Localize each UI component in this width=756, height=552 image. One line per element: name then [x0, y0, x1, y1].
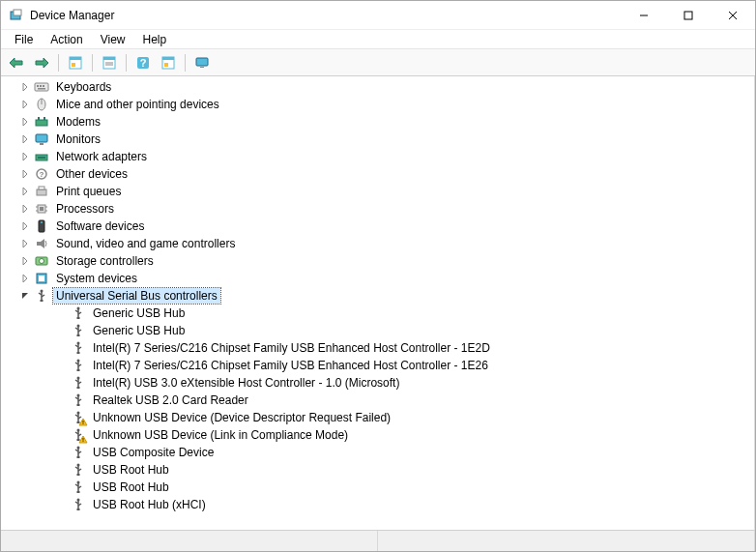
tree-category-label[interactable]: Network adapters: [53, 149, 150, 164]
tree-device-label[interactable]: Generic USB Hub: [90, 305, 188, 321]
tree-category[interactable]: Network adapters: [5, 148, 754, 165]
tree-device[interactable]: USB Root Hub: [5, 461, 754, 479]
menu-action[interactable]: Action: [43, 31, 90, 48]
toolbar-back-button[interactable]: [5, 52, 28, 73]
tree-device-label[interactable]: Unknown USB Device (Device Descriptor Re…: [90, 410, 393, 425]
system-icon: [34, 271, 49, 286]
tree-category-label[interactable]: Other devices: [53, 166, 131, 182]
menu-file[interactable]: File: [7, 31, 41, 48]
tree-device-label[interactable]: USB Root Hub: [90, 462, 172, 478]
toolbar-view-button[interactable]: [190, 52, 214, 73]
tree-category[interactable]: Sound, video and game controllers: [5, 235, 754, 252]
minimize-button[interactable]: [622, 1, 666, 30]
expand-arrow-icon[interactable]: [18, 132, 32, 146]
toolbar-help-button[interactable]: [131, 52, 155, 73]
tree-device[interactable]: Unknown USB Device (Link in Compliance M…: [5, 426, 754, 444]
usb-icon: [71, 427, 86, 443]
tree-category[interactable]: Keyboards: [5, 78, 754, 96]
usb-icon: [71, 445, 86, 460]
toolbar-separator: [185, 54, 186, 72]
maximize-button[interactable]: [666, 1, 711, 30]
tree-device-label[interactable]: Generic USB Hub: [90, 323, 188, 338]
toolbar-properties-button[interactable]: [98, 52, 121, 73]
tree-device[interactable]: Intel(R) 7 Series/C216 Chipset Family US…: [5, 357, 754, 374]
usb-icon: [71, 392, 86, 408]
tree-device[interactable]: USB Composite Device: [5, 444, 754, 461]
menu-help[interactable]: Help: [135, 31, 175, 48]
tree-device-label[interactable]: Unknown USB Device (Link in Compliance M…: [90, 427, 351, 443]
toolbar-forward-button[interactable]: [30, 52, 53, 73]
mouse-icon: [34, 97, 49, 112]
tree-category[interactable]: Mice and other pointing devices: [5, 96, 754, 113]
tree-device[interactable]: USB Root Hub: [5, 479, 754, 496]
tree-device-label[interactable]: Intel(R) 7 Series/C216 Chipset Family US…: [90, 358, 491, 373]
sound-icon: [34, 236, 49, 251]
expand-arrow-icon[interactable]: [18, 167, 32, 181]
expand-arrow-icon[interactable]: [18, 80, 32, 94]
tree-category[interactable]: Modems: [5, 113, 754, 131]
content-area: KeyboardsMice and other pointing devices…: [1, 76, 755, 530]
toolbar-separator: [92, 54, 93, 72]
toolbar-scan-button[interactable]: [157, 52, 180, 73]
tree-device-label[interactable]: Intel(R) 7 Series/C216 Chipset Family US…: [90, 340, 493, 356]
expand-arrow-icon[interactable]: [18, 237, 32, 250]
tree-category[interactable]: Software devices: [5, 218, 754, 235]
tree-device[interactable]: Unknown USB Device (Device Descriptor Re…: [5, 409, 754, 426]
storage-icon: [34, 253, 49, 269]
tree-category-label[interactable]: Sound, video and game controllers: [53, 236, 238, 251]
toolbar-show-hidden-button[interactable]: [64, 52, 87, 73]
expand-arrow-icon[interactable]: [18, 150, 32, 163]
tree-device-label[interactable]: Intel(R) USB 3.0 eXtensible Host Control…: [90, 375, 402, 391]
tree-category-label[interactable]: Processors: [53, 201, 117, 217]
printer-icon: [34, 184, 49, 199]
tree-category-label[interactable]: Print queues: [53, 184, 124, 199]
usb-icon: [71, 462, 86, 478]
tree-category[interactable]: Processors: [5, 200, 754, 218]
tree-device-label[interactable]: USB Root Hub: [90, 479, 172, 495]
tree-device-label[interactable]: USB Root Hub (xHCI): [90, 497, 209, 512]
tree-category-label[interactable]: Monitors: [53, 131, 103, 147]
expand-arrow-icon[interactable]: [18, 98, 32, 111]
cpu-icon: [34, 201, 49, 217]
tree-device[interactable]: Generic USB Hub: [5, 322, 754, 339]
tree-category-label[interactable]: Mice and other pointing devices: [53, 97, 222, 112]
tree-category-label[interactable]: Software devices: [53, 218, 147, 234]
tree-category[interactable]: Storage controllers: [5, 252, 754, 270]
tree-device[interactable]: Generic USB Hub: [5, 305, 754, 322]
software-icon: [34, 218, 49, 234]
titlebar: Device Manager: [1, 1, 755, 30]
expand-arrow-icon[interactable]: [18, 289, 32, 303]
tree-device[interactable]: USB Root Hub (xHCI): [5, 496, 754, 513]
network-icon: [34, 149, 49, 164]
menu-view[interactable]: View: [93, 31, 133, 48]
tree-category-label[interactable]: Modems: [53, 114, 103, 130]
tree-device[interactable]: Intel(R) USB 3.0 eXtensible Host Control…: [5, 374, 754, 392]
tree-category-label[interactable]: System devices: [53, 271, 140, 286]
device-tree[interactable]: KeyboardsMice and other pointing devices…: [1, 76, 755, 530]
expand-arrow-icon[interactable]: [18, 219, 32, 233]
usb-icon: [71, 323, 86, 338]
toolbar-separator: [58, 54, 59, 72]
expand-arrow-icon[interactable]: [18, 272, 32, 285]
expand-arrow-icon[interactable]: [18, 202, 32, 216]
tree-device[interactable]: Realtek USB 2.0 Card Reader: [5, 392, 754, 409]
expand-arrow-icon[interactable]: [18, 254, 32, 268]
tree-device[interactable]: Intel(R) 7 Series/C216 Chipset Family US…: [5, 339, 754, 357]
tree-device-label[interactable]: Realtek USB 2.0 Card Reader: [90, 392, 251, 408]
expand-arrow-icon[interactable]: [18, 115, 32, 129]
toolbar: [1, 49, 755, 76]
app-icon: [9, 8, 24, 23]
tree-category[interactable]: Monitors: [5, 131, 754, 148]
close-button[interactable]: [711, 1, 755, 30]
usb-icon: [71, 479, 86, 495]
expand-arrow-icon[interactable]: [18, 185, 32, 198]
tree-category-label[interactable]: Keyboards: [53, 79, 114, 95]
tree-category[interactable]: System devices: [5, 270, 754, 287]
tree-category[interactable]: Print queues: [5, 183, 754, 200]
tree-category-label[interactable]: Universal Serial Bus controllers: [53, 288, 220, 304]
tree-device-label[interactable]: USB Composite Device: [90, 445, 217, 460]
window-title: Device Manager: [30, 9, 114, 22]
tree-category[interactable]: Other devices: [5, 165, 754, 183]
tree-category[interactable]: Universal Serial Bus controllers: [5, 287, 754, 305]
tree-category-label[interactable]: Storage controllers: [53, 253, 157, 269]
